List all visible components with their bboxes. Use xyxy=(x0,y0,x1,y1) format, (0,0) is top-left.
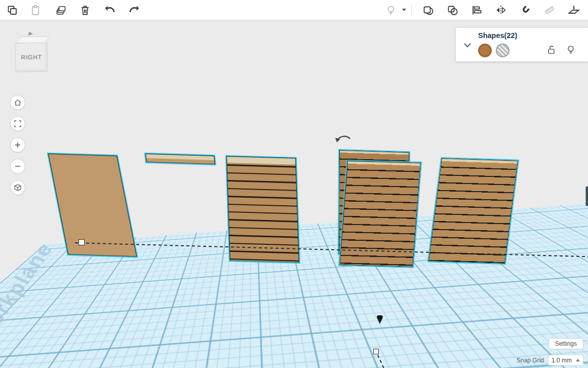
undo-button[interactable] xyxy=(101,1,120,19)
chevron-down-icon xyxy=(402,9,406,11)
undo-icon xyxy=(104,4,116,16)
zoom-in-button[interactable] xyxy=(10,137,25,153)
duplicate-button[interactable] xyxy=(52,1,70,19)
orbit-arrow-icon xyxy=(27,31,33,36)
view-nav-column xyxy=(10,95,25,195)
chevron-down-icon xyxy=(462,40,473,50)
show-all-button[interactable] xyxy=(382,1,400,19)
wood-panel-slatted-2[interactable] xyxy=(428,158,518,264)
mirror-button[interactable] xyxy=(492,1,510,19)
duplicate-icon xyxy=(55,4,67,16)
mirror-icon xyxy=(495,4,507,16)
minus-icon xyxy=(13,162,22,171)
ungroup-button[interactable] xyxy=(443,1,461,19)
snap-grid-select[interactable]: 1.0 mm xyxy=(548,355,583,365)
snap-grid-value: 1.0 mm xyxy=(552,357,572,364)
snap-button[interactable] xyxy=(516,1,534,19)
delete-button[interactable] xyxy=(76,1,94,19)
rotate-arrow-icon xyxy=(334,132,352,143)
hide-toggle-button[interactable] xyxy=(564,44,577,57)
collapse-panel-button[interactable] xyxy=(462,40,473,51)
copy-button[interactable] xyxy=(3,1,21,19)
home-icon xyxy=(13,98,22,107)
group-icon xyxy=(422,4,434,16)
trash-icon xyxy=(79,4,91,16)
scale-handle[interactable] xyxy=(373,349,379,354)
lock-toggle-button[interactable] xyxy=(545,44,558,57)
paste-button[interactable] xyxy=(26,1,45,19)
align-icon xyxy=(471,4,483,16)
snap-grid-row: Snap Grid 1.0 mm xyxy=(517,355,583,365)
perspective-toggle-button[interactable] xyxy=(10,180,25,195)
ruler-icon xyxy=(543,4,556,16)
fit-view-button[interactable] xyxy=(10,116,25,131)
shapes-inspector-panel: Shapes(22) xyxy=(456,28,588,61)
ruler-button[interactable] xyxy=(540,1,559,19)
paste-icon xyxy=(29,4,42,16)
workplane-button[interactable] xyxy=(565,1,583,19)
copy-icon xyxy=(6,4,18,16)
snap-grid-label: Snap Grid xyxy=(517,357,544,364)
bulb-icon xyxy=(385,4,397,16)
shapes-panel-title: Shapes(22) xyxy=(478,31,517,40)
redo-button[interactable] xyxy=(125,1,143,19)
raise-handle[interactable] xyxy=(376,315,384,326)
view-cube[interactable]: RIGHT xyxy=(13,33,51,77)
view-cube-face-label[interactable]: RIGHT xyxy=(15,42,48,72)
ortho-cube-icon xyxy=(13,183,22,192)
chevron-up-icon xyxy=(576,359,580,361)
fit-view-icon xyxy=(13,119,22,128)
plus-icon xyxy=(13,140,22,150)
hole-swatch-hatched[interactable] xyxy=(496,44,509,57)
align-button[interactable] xyxy=(467,1,486,19)
workplane-icon xyxy=(568,4,580,16)
ungroup-icon xyxy=(446,4,458,16)
bulb-icon xyxy=(565,44,576,55)
redo-icon xyxy=(128,4,140,16)
home-view-button[interactable] xyxy=(10,95,25,110)
magnet-icon xyxy=(519,4,531,16)
settings-button[interactable]: Settings xyxy=(548,338,583,349)
offscreen-shape-edge[interactable] xyxy=(585,187,588,206)
scale-handle[interactable] xyxy=(79,239,85,245)
unlock-icon xyxy=(546,44,557,55)
group-button[interactable] xyxy=(419,1,437,19)
cone-handle-icon xyxy=(376,315,384,324)
top-toolbar xyxy=(0,0,588,20)
zoom-out-button[interactable] xyxy=(10,159,25,174)
show-all-dropdown[interactable] xyxy=(400,1,408,19)
rotate-handle[interactable] xyxy=(334,132,352,145)
color-swatch-wood[interactable] xyxy=(478,44,492,57)
viewport-3d[interactable]: Workplane RIGHT xyxy=(0,20,588,368)
toolbar-divider xyxy=(411,5,412,16)
